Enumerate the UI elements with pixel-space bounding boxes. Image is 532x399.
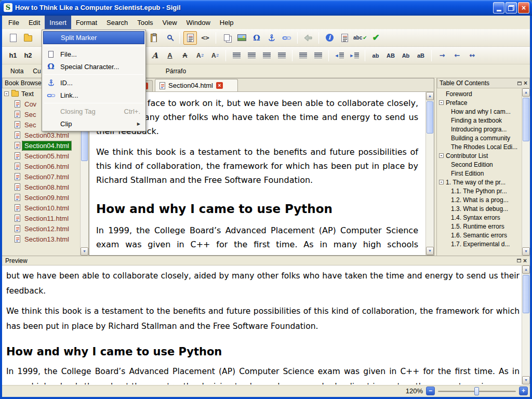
editor-scrollbar[interactable]: ▲ ▼ — [425, 92, 434, 255]
close-panel-icon[interactable]: × — [524, 80, 527, 86]
toc-item[interactable]: How and why I cam... — [437, 107, 522, 116]
book-browser-item[interactable]: Section07.html — [2, 171, 80, 182]
toc-item[interactable]: Foreword — [437, 89, 522, 98]
scrollbar-thumb[interactable] — [523, 275, 529, 313]
toc-item[interactable]: -1. The way of the pr... — [437, 178, 522, 187]
book-browser-item[interactable]: Section04.html — [2, 140, 80, 151]
toc-item[interactable]: Introducing progra... — [437, 125, 522, 134]
close-button[interactable]: × — [518, 2, 529, 14]
collapse-icon[interactable]: - — [439, 100, 444, 105]
text-dir-rtl-button[interactable]: ← — [450, 49, 464, 62]
scroll-down-icon[interactable]: ▼ — [522, 376, 530, 384]
tab-section04[interactable]: Section04.html × — [155, 79, 238, 91]
heading-2-button[interactable]: h2 — [21, 49, 35, 62]
menu-item-special-character[interactable]: Ω Special Character... — [43, 60, 144, 73]
toc-item[interactable]: Finding a textbook — [437, 116, 522, 125]
outdent-button[interactable]: ◄ — [332, 49, 346, 62]
special-character-button[interactable]: Ω — [250, 31, 263, 45]
float-panel-icon[interactable] — [517, 82, 522, 85]
scroll-down-icon[interactable]: ▼ — [522, 247, 530, 256]
toc-item[interactable]: -Preface — [437, 98, 522, 107]
align-justify-button[interactable] — [275, 49, 288, 62]
back-button[interactable] — [301, 31, 315, 45]
menu-search[interactable]: Search — [102, 16, 132, 29]
toc-scrollbar[interactable]: ▲ ▼ — [522, 88, 530, 256]
menu-item-clip[interactable]: Clip ▶ — [43, 117, 144, 130]
bullet-list-button[interactable] — [296, 49, 310, 62]
menu-window[interactable]: Window — [182, 16, 215, 29]
text-dir-ltr-button[interactable]: → — [435, 49, 449, 62]
split-section-button[interactable] — [220, 31, 233, 45]
toc-item[interactable]: 1.2. What is a prog... — [437, 195, 522, 204]
scroll-up-icon[interactable]: ▲ — [426, 92, 434, 100]
restore-button[interactable] — [506, 2, 517, 14]
toc-item[interactable]: 1.4. Syntax errors — [437, 213, 522, 222]
heading-1-button[interactable]: h1 — [6, 49, 20, 62]
numbered-list-button[interactable] — [311, 49, 325, 62]
insert-link-button[interactable] — [280, 31, 294, 45]
scroll-down-icon[interactable]: ▼ — [81, 247, 88, 256]
titlebar[interactable]: S How to Think Like a Computer Scientist… — [0, 0, 532, 16]
book-browser-item[interactable]: Section09.html — [2, 192, 80, 203]
open-file-button[interactable] — [21, 31, 35, 45]
toc-item[interactable]: Building a community — [437, 134, 522, 142]
preview-scrollbar[interactable]: ▲ ▼ — [522, 265, 530, 384]
collapse-icon[interactable]: - — [4, 91, 9, 96]
spellcheck-button[interactable]: abc✔ — [353, 31, 368, 45]
insert-image-button[interactable] — [235, 31, 248, 45]
book-browser-item[interactable]: Section08.html — [2, 182, 80, 192]
scrollbar-thumb[interactable] — [427, 101, 433, 134]
toc-item[interactable]: 1.5. Runtime errors — [437, 222, 522, 231]
toc-item[interactable]: Second Edition — [437, 160, 522, 169]
clip-button-nota[interactable]: Nota — [10, 68, 23, 75]
toc-item[interactable]: 1.6. Semantic errors — [437, 231, 522, 240]
paste-button[interactable] — [147, 31, 161, 45]
menu-item-file[interactable]: File... — [43, 48, 144, 60]
menu-edit[interactable]: Edit — [24, 16, 45, 29]
uppercase-button[interactable]: AB — [384, 49, 397, 62]
float-panel-icon[interactable] — [517, 259, 521, 262]
tab-close-icon[interactable]: × — [216, 82, 223, 89]
scroll-up-icon[interactable]: ▲ — [522, 265, 530, 274]
underline-button[interactable]: A — [163, 49, 177, 62]
scroll-up-icon[interactable]: ▲ — [522, 88, 530, 97]
book-browser-item[interactable]: Section12.html — [2, 223, 80, 234]
scroll-down-icon[interactable]: ▼ — [426, 247, 434, 255]
book-view-button[interactable] — [183, 31, 197, 45]
zoom-in-button[interactable]: + — [519, 387, 528, 395]
code-view-button[interactable]: <> — [198, 31, 212, 45]
book-browser-item[interactable]: Section10.html — [2, 203, 80, 213]
book-browser-item[interactable]: Section06.html — [2, 161, 80, 171]
align-right-button[interactable] — [260, 49, 273, 62]
find-button[interactable] — [162, 31, 176, 45]
menu-help[interactable]: Help — [215, 16, 238, 29]
subscript-button[interactable]: A2 — [193, 49, 207, 62]
collapse-icon[interactable]: - — [439, 153, 444, 158]
toc-item[interactable]: 1.1. The Python pr... — [437, 187, 522, 195]
superscript-button[interactable]: A2 — [208, 49, 222, 62]
toc-item[interactable]: 1.7. Experimental d... — [437, 240, 522, 248]
menu-format[interactable]: Format — [71, 16, 102, 29]
collapse-icon[interactable]: - — [439, 180, 444, 184]
menu-item-id[interactable]: ID... — [43, 76, 144, 89]
menu-file[interactable]: File — [4, 16, 24, 29]
clip-button-cu[interactable]: Cu — [33, 68, 41, 75]
new-file-button[interactable] — [6, 31, 20, 45]
menu-item-link[interactable]: Link... — [43, 89, 144, 101]
book-browser-item[interactable]: Section13.html — [2, 234, 80, 244]
toc-item[interactable]: The Rhodes Local Edi... — [437, 142, 522, 151]
minimize-button[interactable] — [493, 2, 504, 14]
clip-button-parrafo[interactable]: Párrafo — [166, 68, 186, 75]
capitalize-button[interactable]: aB — [414, 49, 428, 62]
metadata-button[interactable]: i — [323, 31, 336, 45]
align-center-button[interactable] — [245, 49, 258, 62]
toc-item[interactable]: -Contributor List — [437, 151, 522, 160]
align-left-button[interactable] — [230, 49, 243, 62]
lowercase-button[interactable]: ab — [369, 49, 382, 62]
titlecase-button[interactable]: Ab — [399, 49, 413, 62]
reports-button[interactable] — [338, 31, 351, 45]
scrollbar-thumb[interactable] — [523, 98, 529, 141]
zoom-slider-handle[interactable] — [474, 387, 479, 395]
menu-tools[interactable]: Tools — [132, 16, 157, 29]
toc-item[interactable]: 1.3. What is debug... — [437, 204, 522, 213]
